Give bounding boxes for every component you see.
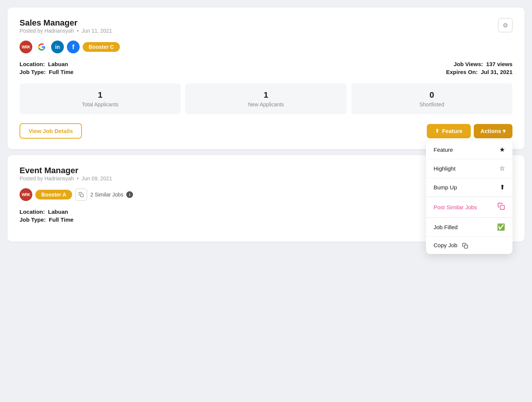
job-meta-2: Posted by Hadriansyah • Jun 09, 2021 <box>20 175 112 181</box>
job-title: Sales Manager <box>20 18 112 28</box>
shortlisted-box: 0 Shortlisted <box>351 83 512 114</box>
job-type-value-2: Full Time <box>49 216 74 223</box>
action-buttons: ⬆ Feature Actions ▾ Feature ★ Highlight … <box>427 124 512 138</box>
checkmark-circle-icon: ✅ <box>497 223 505 231</box>
dropdown-copy-job-item[interactable]: Copy Job <box>426 237 512 254</box>
total-applicants-box: 1 Total Applicants <box>20 83 181 114</box>
job-type-label-2: Job Type: <box>20 216 46 223</box>
posted-date: Jun 11, 2021 <box>82 28 112 34</box>
new-applicants-box: 1 New Applicants <box>185 83 346 114</box>
arrow-up-circle-icon: ⬆ <box>500 183 505 191</box>
actions-dropdown-button[interactable]: Actions ▾ <box>474 124 512 138</box>
wrkr-icon-2: WRK <box>20 188 32 201</box>
location-value: Labuan <box>48 61 68 67</box>
dropdown-job-filled-label: Job Filled <box>434 224 458 230</box>
job-views-item: Job Views: 137 views <box>266 61 512 67</box>
actions-dropdown-menu: Feature ★ Highlight ☆ Bump Up ⬆ Post Sim… <box>426 141 512 254</box>
copy-icon <box>75 189 87 201</box>
total-applicants-number: 1 <box>26 90 174 100</box>
job-meta: Posted by Hadriansyah • Jun 11, 2021 <box>20 28 112 34</box>
location-value-2: Labuan <box>48 209 68 215</box>
card2-title-section: Event Manager Posted by Hadriansyah • Ju… <box>20 166 112 187</box>
expires-item: Expires On: Jul 31, 2021 <box>266 69 512 75</box>
job-views-value: 137 views <box>486 61 512 67</box>
dropdown-job-filled-item[interactable]: Job Filled ✅ <box>426 218 512 237</box>
dropdown-bump-up-label: Bump Up <box>434 184 457 190</box>
job-type-value: Full Time <box>49 69 74 75</box>
svg-rect-1 <box>464 245 468 248</box>
google-icon <box>35 41 48 53</box>
card1-title-section: Sales Manager Posted by Hadriansyah • Ju… <box>20 18 112 39</box>
new-applicants-number: 1 <box>192 90 340 100</box>
location-item: Location: Labuan <box>20 61 266 67</box>
star-filled-icon: ★ <box>499 146 505 154</box>
sales-manager-card: Sales Manager Posted by Hadriansyah • Ju… <box>8 8 524 149</box>
similar-jobs-label: 2 Similar Jobs <box>90 192 123 198</box>
facebook-icon: f <box>67 41 80 53</box>
job-title-2: Event Manager <box>20 166 112 175</box>
info-icon: i <box>126 191 133 198</box>
location-label-2: Location: <box>20 209 45 215</box>
dropdown-post-similar-item[interactable]: Post Similar Jobs <box>426 197 512 218</box>
posted-date-2: Jun 09, 2021 <box>82 175 112 181</box>
location-item-2: Location: Labuan <box>20 209 266 215</box>
posted-by: Posted by Hadriansyah <box>20 28 74 34</box>
feature-button[interactable]: ⬆ Feature <box>427 124 471 138</box>
total-applicants-label: Total Applicants <box>26 101 174 107</box>
post-similar-icon <box>497 203 505 212</box>
job-type-label: Job Type: <box>20 69 46 75</box>
job-type-item: Job Type: Full Time <box>20 69 266 75</box>
dropdown-post-similar-label: Post Similar Jobs <box>434 204 477 210</box>
dropdown-bump-up-item[interactable]: Bump Up ⬆ <box>426 178 512 197</box>
location-label: Location: <box>20 61 45 67</box>
feature-up-icon: ⬆ <box>435 128 439 134</box>
job-views-label: Job Views: <box>454 61 483 67</box>
badges-row: WRK in f Booster C <box>20 41 512 53</box>
linkedin-icon: in <box>51 41 64 53</box>
expires-label: Expires On: <box>446 69 478 75</box>
dropdown-copy-job-label: Copy Job <box>434 242 468 249</box>
booster-badge-2: Booster A <box>35 190 72 199</box>
settings-button[interactable]: ⚙ <box>498 18 512 32</box>
dropdown-feature-label: Feature <box>434 147 453 153</box>
job-type-item-2: Job Type: Full Time <box>20 216 266 223</box>
shortlisted-label: Shortlisted <box>358 101 506 107</box>
svg-rect-0 <box>500 205 505 209</box>
posted-by-2: Posted by Hadriansyah <box>20 175 74 181</box>
new-applicants-label: New Applicants <box>192 101 340 107</box>
star-outline-icon: ☆ <box>499 165 505 172</box>
dropdown-highlight-label: Highlight <box>434 165 455 172</box>
dropdown-highlight-item[interactable]: Highlight ☆ <box>426 159 512 178</box>
shortlisted-number: 0 <box>358 90 506 100</box>
svg-rect-2 <box>81 194 84 197</box>
expires-value: Jul 31, 2021 <box>481 69 512 75</box>
stats-row: 1 Total Applicants 1 New Applicants 0 Sh… <box>20 83 512 114</box>
booster-badge: Booster C <box>83 42 120 52</box>
dropdown-feature-item[interactable]: Feature ★ <box>426 141 512 159</box>
gear-icon: ⚙ <box>503 22 508 29</box>
wrkr-icon: WRK <box>20 41 32 53</box>
view-job-details-button[interactable]: View Job Details <box>20 123 82 139</box>
info-grid: Location: Labuan Job Views: 137 views Jo… <box>20 61 512 75</box>
actions-row: View Job Details ⬆ Feature Actions ▾ Fea… <box>20 123 512 139</box>
